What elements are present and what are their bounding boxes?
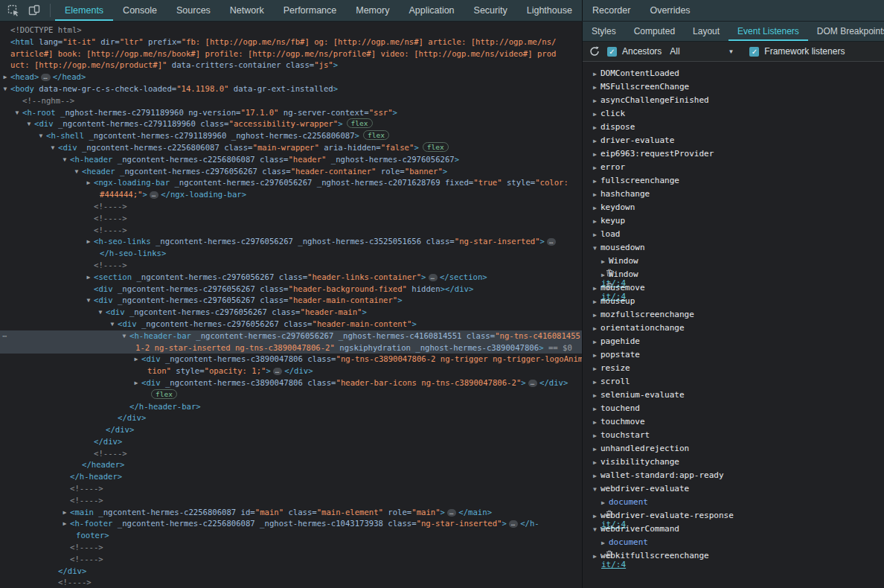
dom-tree-line[interactable]: ▼<h-root _nghost-hermes-c2791189960 ng-v… xyxy=(0,107,582,119)
expand-inline-icon[interactable]: … xyxy=(273,368,282,375)
tab-lighthouse[interactable]: Lighthouse xyxy=(517,0,582,21)
listener-target-object[interactable]: Window xyxy=(609,269,638,279)
dom-tree-line[interactable]: </h-header> xyxy=(0,471,582,483)
dom-tree-line[interactable]: <!----> xyxy=(0,577,582,588)
tree-arrow-collapsed-icon[interactable]: ▶ xyxy=(1,71,9,83)
tree-arrow-collapsed-icon[interactable]: ▶ xyxy=(132,354,140,365)
framework-listeners-checkbox[interactable]: ✓ xyxy=(749,47,759,57)
event-listener-row[interactable]: ▶selenium-evaluate xyxy=(583,389,884,402)
tab-elements[interactable]: Elements xyxy=(55,0,113,21)
dom-tree-line[interactable]: ▶<h-seo-links _ngcontent-hermes-c2976056… xyxy=(0,236,582,248)
tree-arrow-collapsed-icon[interactable]: ▶ xyxy=(593,188,600,202)
expand-inline-icon[interactable]: … xyxy=(528,380,537,387)
event-listener-row[interactable]: ▶resize xyxy=(583,362,884,375)
tree-arrow-collapsed-icon[interactable]: ▶ xyxy=(593,68,600,81)
dom-tree-line[interactable]: <!----> xyxy=(0,495,582,507)
tree-arrow-collapsed-icon[interactable]: ▶ xyxy=(593,362,600,376)
tree-arrow-collapsed-icon[interactable]: ▶ xyxy=(593,309,600,322)
dom-tree-line[interactable]: footer> xyxy=(0,530,582,542)
dom-tree-line[interactable]: <!----> xyxy=(0,483,582,495)
tree-arrow-collapsed-icon[interactable]: ▶ xyxy=(85,236,92,248)
dom-tree-line[interactable]: ▼<div _ngcontent-hermes-c2976056267 clas… xyxy=(0,307,582,319)
tree-arrow-expanded-icon[interactable]: ▼ xyxy=(593,242,600,255)
dom-tree-line-selected[interactable]: ⋯▼<h-header-bar _ngcontent-hermes-c29760… xyxy=(0,330,582,342)
tree-arrow-expanded-icon[interactable]: ▼ xyxy=(25,118,33,130)
tree-arrow-collapsed-icon[interactable]: ▶ xyxy=(85,177,92,189)
event-listener-row[interactable]: ▶touchend xyxy=(583,402,884,415)
sidebar-tab-computed[interactable]: Computed xyxy=(625,22,684,41)
dom-tree-line[interactable]: </h-header-bar> xyxy=(0,401,582,413)
dom-tree-line[interactable]: ▶<h-footer _ngcontent-hermes-c2256806087… xyxy=(0,518,582,530)
dom-tree-line[interactable]: <!DOCTYPE html> xyxy=(0,25,582,36)
dom-tree-line[interactable]: </header> xyxy=(0,459,582,471)
tab-security[interactable]: Security xyxy=(464,0,517,21)
tree-arrow-collapsed-icon[interactable]: ▶ xyxy=(593,376,600,389)
tree-arrow-expanded-icon[interactable]: ▼ xyxy=(85,295,92,307)
dom-tree-line[interactable]: ▼<div _ngcontent-hermes-c2256806087 clas… xyxy=(0,142,582,154)
dom-tree-line[interactable]: ▼<div _ngcontent-hermes-c2791189960 clas… xyxy=(0,118,582,130)
flex-badge[interactable]: flex xyxy=(151,389,177,399)
dom-tree-line[interactable]: <!----> xyxy=(0,213,582,225)
flex-badge[interactable]: flex xyxy=(363,130,389,140)
refresh-icon[interactable] xyxy=(589,45,600,57)
dom-tree-line[interactable]: </h-seo-links> xyxy=(0,248,582,260)
tree-arrow-collapsed-icon[interactable]: ▶ xyxy=(601,537,609,550)
event-listener-row[interactable]: ▶keyup xyxy=(583,214,884,228)
event-listener-row[interactable]: ▼webdriverCommand xyxy=(583,523,884,536)
event-listener-row[interactable]: ▶touchstart xyxy=(583,429,884,442)
dom-tree-line[interactable]: <!----> xyxy=(0,448,582,460)
event-listener-target-row[interactable]: ▶documentit/:4 xyxy=(583,496,884,509)
event-listener-row[interactable]: ▶MSFullscreenChange xyxy=(583,80,884,94)
tab-console[interactable]: Console xyxy=(113,0,167,21)
tree-arrow-collapsed-icon[interactable]: ▶ xyxy=(593,95,600,108)
expand-inline-icon[interactable]: … xyxy=(447,509,456,517)
event-listener-row[interactable]: ▶mouseup xyxy=(583,295,884,308)
flex-badge[interactable]: flex xyxy=(347,118,373,128)
tree-arrow-collapsed-icon[interactable]: ▶ xyxy=(593,81,600,95)
tree-arrow-expanded-icon[interactable]: ▼ xyxy=(1,83,9,95)
dom-tree-line[interactable]: #444444;">…</ngx-loading-bar> xyxy=(0,189,582,201)
tree-arrow-expanded-icon[interactable]: ▼ xyxy=(109,319,116,330)
tab-performance[interactable]: Performance xyxy=(274,0,347,21)
dom-tree-line[interactable]: ▼<div _ngcontent-hermes-c2976056267 clas… xyxy=(0,319,582,330)
tree-arrow-expanded-icon[interactable]: ▼ xyxy=(593,483,600,496)
tree-arrow-collapsed-icon[interactable]: ▶ xyxy=(601,496,609,510)
dom-tree-line[interactable]: </div> xyxy=(0,424,582,436)
tree-arrow-collapsed-icon[interactable]: ▶ xyxy=(593,389,600,403)
event-listener-row[interactable]: ▶driver-evaluate xyxy=(583,134,884,147)
event-listener-row[interactable]: ▶hashchange xyxy=(583,188,884,201)
tree-arrow-collapsed-icon[interactable]: ▶ xyxy=(593,443,600,456)
expand-inline-icon[interactable]: … xyxy=(429,274,438,281)
tree-arrow-collapsed-icon[interactable]: ▶ xyxy=(85,272,92,284)
event-listener-row[interactable]: ▶asyncChallengeFinished xyxy=(583,94,884,107)
tree-arrow-collapsed-icon[interactable]: ▶ xyxy=(593,403,600,416)
event-listener-row[interactable]: ▶click xyxy=(583,107,884,121)
inspect-element-icon[interactable] xyxy=(7,4,20,17)
sidebar-tab-styles[interactable]: Styles xyxy=(583,22,625,41)
tab-application[interactable]: Application xyxy=(399,0,464,21)
tree-arrow-expanded-icon[interactable]: ▼ xyxy=(49,142,57,154)
dom-tree-line[interactable]: ▶<div _ngcontent-hermes-c3890047806 clas… xyxy=(0,354,582,365)
dom-tree-line[interactable]: <!----> xyxy=(0,225,582,237)
event-listener-row[interactable]: ▶unhandledrejection xyxy=(583,442,884,456)
tree-arrow-collapsed-icon[interactable]: ▶ xyxy=(593,108,600,121)
dom-tree-line[interactable]: article#] book: [http://ogp.me/ns/book#]… xyxy=(0,48,582,60)
tree-arrow-collapsed-icon[interactable]: ▶ xyxy=(593,336,600,349)
tab-recorder[interactable]: Recorder xyxy=(583,0,640,21)
sidebar-tab-layout[interactable]: Layout xyxy=(684,22,728,41)
tree-arrow-collapsed-icon[interactable]: ▶ xyxy=(593,202,600,215)
dom-tree-line[interactable]: ▶<ngx-loading-bar _ngcontent-hermes-c297… xyxy=(0,177,582,189)
tree-arrow-collapsed-icon[interactable]: ▶ xyxy=(593,349,600,362)
tree-arrow-expanded-icon[interactable]: ▼ xyxy=(61,154,68,166)
tree-arrow-collapsed-icon[interactable]: ▶ xyxy=(593,510,600,523)
tree-arrow-collapsed-icon[interactable]: ▶ xyxy=(593,148,600,162)
dom-tree-line[interactable]: </div> xyxy=(0,566,582,578)
tree-arrow-collapsed-icon[interactable]: ▶ xyxy=(593,416,600,429)
dom-tree-line[interactable]: <!----> xyxy=(0,542,582,554)
tab-network[interactable]: Network xyxy=(220,0,274,21)
event-listener-target-row[interactable]: ▶Windowit/:4 xyxy=(583,268,884,281)
event-listener-row[interactable]: ▼webdriver-evaluate xyxy=(583,482,884,496)
expand-inline-icon[interactable]: … xyxy=(547,238,556,246)
dom-tree-line[interactable]: <html lang="it-it" dir="ltr" prefix="fb:… xyxy=(0,36,582,48)
tab-sources[interactable]: Sources xyxy=(167,0,220,21)
